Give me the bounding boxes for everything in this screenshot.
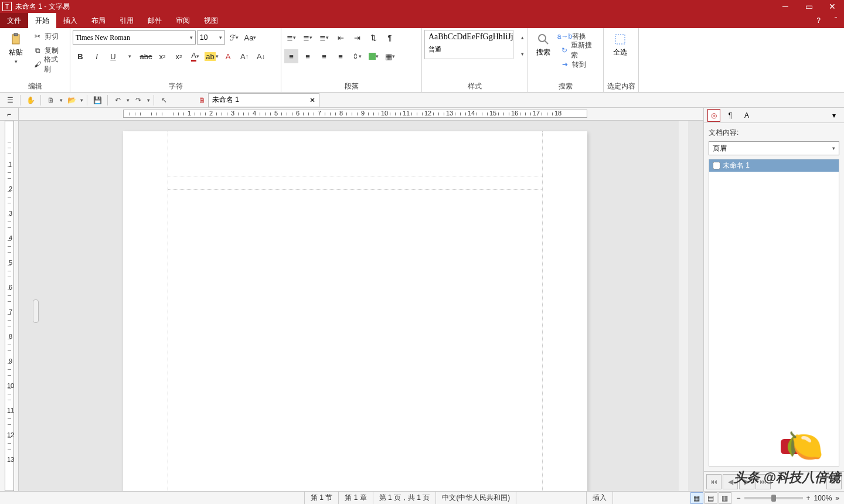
increase-indent-button[interactable]: ⇥ <box>350 30 364 45</box>
research-button[interactable]: ↻ 重新搜索 <box>557 44 601 57</box>
compass-icon: ◎ <box>711 111 717 120</box>
zoom-menu-button[interactable]: » <box>835 494 839 502</box>
borders-button[interactable]: ▦▾ <box>383 49 397 63</box>
search-button[interactable]: 搜索 <box>530 30 557 60</box>
align-left-button[interactable]: ≡ <box>284 49 298 63</box>
document-tab[interactable]: 未命名 1 ✕ <box>208 93 319 107</box>
bold-button[interactable]: B <box>73 49 87 63</box>
tab-file[interactable]: 文件 <box>0 13 28 28</box>
nav-item[interactable]: 未命名 1 <box>709 159 839 172</box>
new-doc-button[interactable]: 🗎 <box>45 94 57 107</box>
cut-button[interactable]: ✂ 剪切 <box>29 30 67 43</box>
save-button[interactable]: 💾 <box>91 94 104 107</box>
hand-tool-button[interactable]: ✋ <box>24 94 37 107</box>
status-mode[interactable]: 插入 <box>587 492 613 505</box>
status-page[interactable]: 第 1 页，共 1 页 <box>373 492 437 505</box>
tab-review[interactable]: 审阅 <box>169 13 197 28</box>
font-size-select[interactable]: 10 ▾ <box>197 30 225 45</box>
tab-layout[interactable]: 布局 <box>84 13 113 28</box>
line-spacing-button[interactable]: ⇕▾ <box>350 49 364 63</box>
goto-button[interactable]: ➔ 转到 <box>557 58 601 71</box>
superscript-button[interactable]: x2 <box>172 49 186 63</box>
change-case-button[interactable]: Aa▾ <box>243 30 257 45</box>
nav-pane-tab-nav[interactable]: ◎ <box>707 109 720 122</box>
multilevel-list-button[interactable]: ≣▾ <box>317 30 331 45</box>
undo-button[interactable]: ↶ <box>111 94 124 107</box>
horizontal-ruler[interactable]: 123456789101112131415161718 <box>19 108 703 121</box>
number-list-button[interactable]: ≣▾ <box>301 30 315 45</box>
status-blank <box>0 492 305 505</box>
sort-button[interactable]: ⇅ <box>366 30 380 45</box>
vertical-ruler[interactable]: 12345678910111213 <box>0 121 19 491</box>
tab-home[interactable]: 开始 <box>28 13 56 28</box>
align-justify-button[interactable]: ≡ <box>333 49 348 63</box>
nav-item-checkbox[interactable] <box>713 162 720 169</box>
group-label-select: 选定内容 <box>606 80 636 92</box>
font-effects-button[interactable]: A <box>221 49 235 63</box>
select-all-button[interactable]: 全选 <box>606 30 634 60</box>
nav-next-button[interactable]: ▶ <box>739 474 754 489</box>
nav-type-select[interactable]: 页眉 ▾ <box>709 141 839 155</box>
vertical-scrollbar[interactable] <box>679 121 688 491</box>
highlight-button[interactable]: ab▾ <box>205 49 219 63</box>
collapse-ribbon-button[interactable]: ˇ <box>828 13 844 28</box>
subscript-button[interactable]: x2 <box>155 49 169 63</box>
zoom-slider[interactable] <box>744 497 803 499</box>
view-outline-button[interactable]: ▥ <box>719 492 731 504</box>
ime-badge: 中 <box>781 439 803 454</box>
close-button[interactable]: ✕ <box>821 0 844 13</box>
redo-button[interactable]: ↷ <box>132 94 145 107</box>
nav-pane-tab-3[interactable]: A <box>740 109 753 122</box>
nav-last-button[interactable]: ⏭ <box>755 474 771 489</box>
clear-format-button[interactable]: ℱ▾ <box>227 30 241 45</box>
tab-view[interactable]: 视图 <box>197 13 225 28</box>
align-center-button[interactable]: ≡ <box>301 49 315 63</box>
nav-first-button[interactable]: ⏮ <box>706 474 722 489</box>
tab-reference[interactable]: 引用 <box>113 13 141 28</box>
open-button[interactable]: 📂 <box>65 94 78 107</box>
splitter-handle[interactable] <box>33 299 39 323</box>
font-color-button[interactable]: A▾ <box>188 49 202 63</box>
underline-button[interactable]: U <box>106 49 120 63</box>
minimize-button[interactable]: ─ <box>774 0 797 13</box>
shading-button[interactable]: ▾ <box>366 49 380 63</box>
tab-insert[interactable]: 插入 <box>56 13 84 28</box>
ruler-corner[interactable]: ⌐ <box>0 108 19 121</box>
grow-font-button[interactable]: A↑ <box>237 49 251 63</box>
strikethrough-button[interactable]: abc <box>139 49 153 63</box>
font-family-select[interactable]: Times New Roman ▾ <box>73 30 196 45</box>
format-painter-button[interactable]: 🖌 格式刷 <box>29 58 67 71</box>
window-title: 未命名 1 - 文字易 <box>14 2 774 12</box>
help-button[interactable]: ? <box>809 13 828 28</box>
decrease-indent-button[interactable]: ⇤ <box>333 30 348 45</box>
nav-prev-button[interactable]: ◀ <box>723 474 738 489</box>
status-blank2 <box>516 492 587 505</box>
status-language[interactable]: 中文(中华人民共和国) <box>436 492 516 505</box>
align-right-button[interactable]: ≡ <box>317 49 331 63</box>
nav-pane-tab-2[interactable]: ¶ <box>724 109 737 122</box>
view-print-button[interactable]: ▦ <box>690 492 703 504</box>
italic-button[interactable]: I <box>90 49 104 63</box>
shrink-font-button[interactable]: A↓ <box>254 49 268 63</box>
zoom-out-button[interactable]: − <box>737 494 741 502</box>
view-web-button[interactable]: ▤ <box>705 492 717 504</box>
maximize-button[interactable]: ▭ <box>797 0 821 13</box>
tab-mail[interactable]: 邮件 <box>141 13 169 28</box>
bullet-list-button[interactable]: ≣▾ <box>284 30 298 45</box>
zoom-in-button[interactable]: + <box>806 494 811 502</box>
scissors-icon: ✂ <box>33 32 42 41</box>
status-section[interactable]: 第 1 节 <box>305 492 339 505</box>
nav-pane-menu[interactable]: ▾ <box>828 109 840 122</box>
paste-button[interactable]: 粘贴 ▾ <box>2 30 29 67</box>
menu-button[interactable]: ☰ <box>4 94 16 107</box>
zoom-level[interactable]: 100% <box>814 494 832 502</box>
close-tab-button[interactable]: ✕ <box>309 96 315 104</box>
style-normal[interactable]: AaBbCcDdEeFfGgHhIiJj 普通 <box>424 30 513 59</box>
document-canvas[interactable] <box>19 121 703 491</box>
status-chapter[interactable]: 第 1 章 <box>339 492 373 505</box>
underline-drop[interactable]: ▾ <box>122 49 137 63</box>
pointer-tool-button[interactable]: ↖ <box>158 94 171 107</box>
nav-drop-button[interactable]: ▾ <box>826 474 842 489</box>
app-logo-icon: T <box>2 2 12 11</box>
show-marks-button[interactable]: ¶ <box>383 30 397 45</box>
